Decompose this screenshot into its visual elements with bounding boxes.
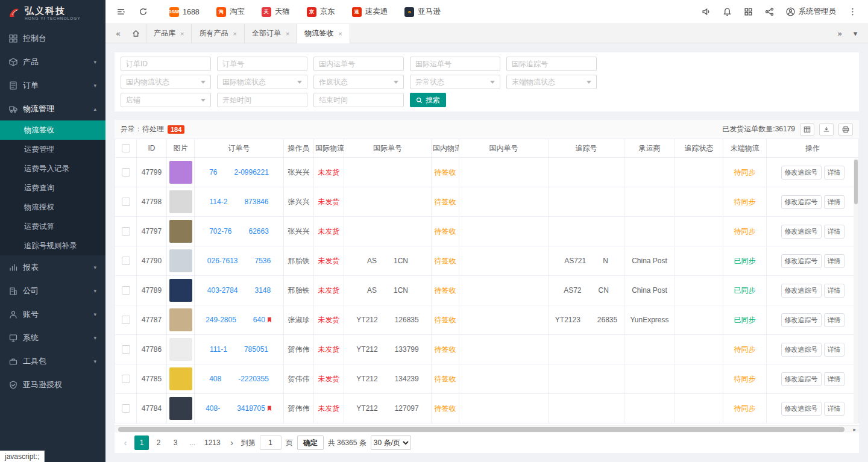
- sidebar-item-toolkit[interactable]: 工具包 ▾: [0, 349, 105, 373]
- sidebar-subitem[interactable]: 物流授权: [0, 198, 105, 217]
- tabs-scroll-left-icon[interactable]: «: [110, 29, 126, 38]
- tab-close-icon[interactable]: ×: [180, 30, 184, 37]
- page-button[interactable]: 3: [168, 435, 183, 450]
- row-checkbox[interactable]: [122, 227, 130, 236]
- page-button[interactable]: 1: [134, 435, 149, 450]
- shop-select[interactable]: 店铺: [121, 93, 211, 107]
- detail-button[interactable]: 详情: [824, 402, 844, 416]
- sidebar-item-order[interactable]: 订单 ▾: [0, 73, 105, 97]
- horizontal-scrollbar-thumb[interactable]: [118, 427, 844, 432]
- row-checkbox[interactable]: [122, 404, 130, 413]
- order-number-link[interactable]: 026-76137536: [207, 257, 271, 265]
- tabs-menu-icon[interactable]: ▾: [848, 29, 863, 38]
- row-checkbox[interactable]: [122, 198, 130, 206]
- sidebar-item-product[interactable]: 产品 ▾: [0, 50, 105, 73]
- select-all-checkbox[interactable]: [122, 144, 130, 152]
- product-thumbnail[interactable]: [169, 279, 192, 302]
- platform-link[interactable]: a 亚马逊: [404, 7, 441, 17]
- start-time-input[interactable]: [217, 93, 307, 107]
- platform-link[interactable]: 淘 淘宝: [216, 7, 245, 17]
- sidebar-subitem[interactable]: 运费试算: [0, 217, 105, 236]
- platform-link[interactable]: 天 天猫: [262, 7, 290, 17]
- tab-active[interactable]: 物流签收 ×: [297, 24, 350, 43]
- goto-page-input[interactable]: [260, 435, 281, 450]
- product-thumbnail[interactable]: [169, 367, 192, 390]
- row-checkbox[interactable]: [122, 168, 130, 176]
- sidebar-item-company[interactable]: 公司 ▾: [0, 279, 105, 302]
- tab-item[interactable]: 所有产品 ×: [192, 24, 244, 43]
- sidebar-subitem[interactable]: 追踪号规则补录: [0, 236, 105, 255]
- product-thumbnail[interactable]: [169, 397, 192, 420]
- tab-item[interactable]: 全部订单 ×: [245, 24, 297, 43]
- sidebar-subitem[interactable]: 运费导入记录: [0, 159, 105, 178]
- sidebar-item-report[interactable]: 报表 ▾: [0, 255, 105, 279]
- scroll-right-arrow-icon[interactable]: ▸: [853, 426, 856, 433]
- export-button[interactable]: [819, 123, 834, 136]
- platform-link[interactable]: 速 速卖通: [352, 7, 388, 17]
- confirm-button[interactable]: 确定: [297, 435, 324, 450]
- print-button[interactable]: [838, 123, 853, 136]
- vertical-scrollbar-thumb[interactable]: [854, 160, 858, 204]
- modify-tracking-button[interactable]: 修改追踪号: [781, 402, 822, 416]
- detail-button[interactable]: 详情: [824, 343, 844, 357]
- detail-button[interactable]: 详情: [824, 254, 844, 268]
- order-number-link[interactable]: 249-2805640: [206, 316, 265, 324]
- sidebar-subitem[interactable]: 物流签收: [0, 120, 105, 140]
- row-checkbox[interactable]: [122, 286, 130, 295]
- end-time-input[interactable]: [313, 93, 404, 107]
- detail-button[interactable]: 详情: [824, 225, 844, 239]
- modify-tracking-button[interactable]: 修改追踪号: [781, 284, 822, 298]
- filter-select[interactable]: 国内物流状态: [121, 75, 211, 89]
- bell-icon[interactable]: [723, 7, 732, 16]
- home-tab[interactable]: [126, 24, 146, 43]
- detail-button[interactable]: 详情: [824, 284, 844, 298]
- sidebar-item-account[interactable]: 账号 ▾: [0, 302, 105, 326]
- product-thumbnail[interactable]: [169, 220, 192, 243]
- platform-link[interactable]: 京 京东: [307, 7, 335, 17]
- more-dots-icon[interactable]: [848, 7, 857, 16]
- modify-tracking-button[interactable]: 修改追踪号: [781, 166, 822, 179]
- tab-close-icon[interactable]: ×: [286, 30, 289, 37]
- horizontal-scrollbar[interactable]: ▸: [115, 425, 859, 432]
- page-size-select[interactable]: 30 条/页: [371, 435, 411, 450]
- sidebar-item-dashboard[interactable]: 控制台: [0, 27, 105, 50]
- user-menu[interactable]: 系统管理员: [786, 7, 837, 17]
- filter-input[interactable]: [313, 57, 404, 71]
- filter-input[interactable]: [410, 57, 500, 71]
- page-button[interactable]: 1213: [202, 435, 223, 450]
- filter-input[interactable]: [506, 57, 597, 71]
- detail-button[interactable]: 详情: [824, 313, 844, 327]
- modify-tracking-button[interactable]: 修改追踪号: [781, 254, 822, 268]
- filter-select[interactable]: 末端物流状态: [506, 75, 597, 89]
- detail-button[interactable]: 详情: [824, 166, 844, 179]
- product-thumbnail[interactable]: [169, 249, 192, 272]
- row-checkbox[interactable]: [122, 375, 130, 383]
- tabs-scroll-right-icon[interactable]: »: [832, 29, 848, 38]
- prev-page-icon[interactable]: ‹: [121, 438, 130, 448]
- refresh-icon[interactable]: [139, 7, 148, 16]
- tab-close-icon[interactable]: ×: [233, 30, 236, 37]
- row-checkbox[interactable]: [122, 257, 130, 265]
- product-thumbnail[interactable]: [169, 338, 192, 361]
- tab-item[interactable]: 产品库 ×: [146, 24, 192, 43]
- vertical-scrollbar[interactable]: [854, 158, 858, 424]
- detail-button[interactable]: 详情: [824, 195, 844, 209]
- page-button[interactable]: 2: [151, 435, 166, 450]
- search-button[interactable]: 搜索: [410, 93, 446, 107]
- row-checkbox[interactable]: [122, 345, 130, 354]
- filter-select[interactable]: 异常状态: [410, 75, 500, 89]
- order-number-link[interactable]: 762-0996221: [209, 168, 269, 176]
- order-number-link[interactable]: 111-1785051: [210, 345, 268, 354]
- speaker-icon[interactable]: [702, 7, 711, 16]
- filter-input[interactable]: [217, 57, 307, 71]
- product-thumbnail[interactable]: [169, 161, 192, 184]
- modify-tracking-button[interactable]: 修改追踪号: [781, 343, 822, 357]
- modify-tracking-button[interactable]: 修改追踪号: [781, 313, 822, 327]
- filter-select[interactable]: 国际物流状态: [217, 75, 307, 89]
- modify-tracking-button[interactable]: 修改追踪号: [781, 225, 822, 239]
- filter-input[interactable]: [121, 57, 211, 71]
- sidebar-item-amazon[interactable]: 亚马逊授权: [0, 373, 105, 396]
- product-thumbnail[interactable]: [169, 190, 192, 213]
- product-thumbnail[interactable]: [169, 308, 192, 331]
- next-page-icon[interactable]: ›: [227, 438, 237, 448]
